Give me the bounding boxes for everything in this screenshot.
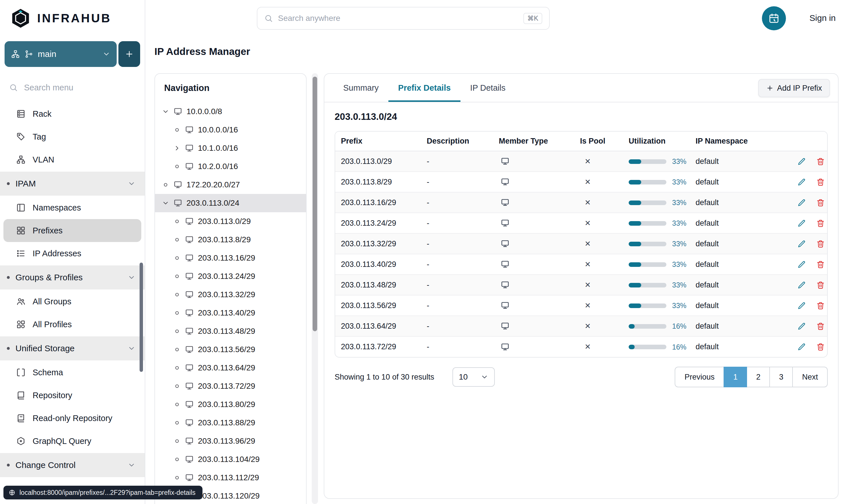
tree-item-203-0-113-40-29[interactable]: 203.0.113.40/29	[155, 304, 306, 322]
tree-item-203-0-113-64-29[interactable]: 203.0.113.64/29	[155, 359, 306, 377]
tree-item-203-0-113-0-29[interactable]: 203.0.113.0/29	[155, 212, 306, 231]
previous-page-button[interactable]: Previous	[675, 367, 724, 387]
table-row[interactable]: 203.0.113.16/29-✕33%default	[335, 192, 828, 213]
sidebar-item-read-only-repository[interactable]: Read-only Repository	[3, 407, 141, 430]
tab-ip-details[interactable]: IP Details	[460, 74, 516, 102]
edit-icon[interactable]	[797, 157, 806, 166]
sidebar-item-all-groups[interactable]: All Groups	[3, 290, 141, 313]
edit-icon[interactable]	[797, 322, 806, 331]
tree-item-10-2-0-0-16[interactable]: 10.2.0.0/16	[155, 157, 306, 176]
tab-prefix-details[interactable]: Prefix Details	[388, 74, 460, 102]
tree-item-10-0-0-0-16[interactable]: 10.0.0.0/16	[155, 121, 306, 139]
sidebar-item-label: All Groups	[33, 297, 71, 306]
tree-item-203-0-113-104-29[interactable]: 203.0.113.104/29	[155, 450, 306, 469]
page-title: IP Address Manager	[155, 46, 250, 57]
edit-icon[interactable]	[797, 240, 806, 248]
delete-icon[interactable]	[816, 260, 825, 269]
sidebar-item-tag[interactable]: Tag	[3, 125, 141, 148]
table-row[interactable]: 203.0.113.48/29-✕33%default	[335, 275, 828, 295]
subnet-icon	[185, 290, 194, 299]
delete-icon[interactable]	[816, 199, 825, 207]
delete-icon[interactable]	[816, 219, 825, 228]
page-button-3[interactable]: 3	[770, 367, 793, 387]
sidebar-item-vlan[interactable]: VLAN	[3, 148, 141, 171]
edit-icon[interactable]	[797, 343, 806, 351]
tree-item-10-1-0-0-16[interactable]: 10.1.0.0/16	[155, 139, 306, 157]
sidebar-item-namespaces[interactable]: Namespaces	[3, 196, 141, 219]
sidebar-item-prefixes[interactable]: Prefixes	[3, 219, 141, 242]
tree-item-203-0-113-16-29[interactable]: 203.0.113.16/29	[155, 249, 306, 267]
edit-icon[interactable]	[797, 260, 806, 269]
delete-icon[interactable]	[816, 281, 825, 289]
add-branch-button[interactable]	[119, 41, 140, 67]
schedule-button[interactable]	[762, 6, 786, 30]
branch-selector: main	[4, 41, 140, 67]
edit-icon[interactable]	[797, 199, 806, 207]
sidebar-section-ipam[interactable]: IPAM	[0, 172, 145, 196]
sidebar-item-rack[interactable]: Rack	[3, 103, 141, 125]
sidebar-item-schema[interactable]: Schema	[3, 361, 141, 384]
tree-scrollbar[interactable]	[312, 73, 318, 504]
sidebar-item-ip-addresses[interactable]: IP Addresses	[3, 242, 141, 265]
delete-icon[interactable]	[816, 240, 825, 248]
branch-name: main	[38, 49, 56, 59]
tree-item-label: 203.0.113.16/29	[198, 253, 255, 263]
sidebar-search[interactable]	[0, 76, 145, 99]
table-row[interactable]: 203.0.113.24/29-✕33%default	[335, 213, 828, 233]
cell-utilization: 33%	[623, 275, 690, 295]
tree-item-203-0-113-88-29[interactable]: 203.0.113.88/29	[155, 414, 306, 432]
table-row[interactable]: 203.0.113.40/29-✕33%default	[335, 254, 828, 275]
tree-item-203-0-113-32-29[interactable]: 203.0.113.32/29	[155, 286, 306, 304]
table-row[interactable]: 203.0.113.56/29-✕33%default	[335, 295, 828, 316]
sidebar-section-change-control[interactable]: Change Control	[0, 453, 145, 477]
edit-icon[interactable]	[797, 219, 806, 228]
graphql-icon	[16, 436, 26, 446]
global-search-input[interactable]	[278, 14, 518, 23]
tree-item-203-0-113-48-29[interactable]: 203.0.113.48/29	[155, 322, 306, 340]
table-row[interactable]: 203.0.113.0/29-✕33%default	[335, 151, 828, 172]
delete-icon[interactable]	[816, 178, 825, 186]
delete-icon[interactable]	[816, 343, 825, 351]
edit-icon[interactable]	[797, 178, 806, 186]
tree-item-10-0-0-0-8[interactable]: 10.0.0.0/8	[155, 103, 306, 121]
page-button-2[interactable]: 2	[746, 367, 770, 387]
tab-summary[interactable]: Summary	[333, 74, 388, 102]
sign-in-link[interactable]: Sign in	[809, 13, 836, 23]
tree-item-203-0-113-56-29[interactable]: 203.0.113.56/29	[155, 340, 306, 359]
table-row[interactable]: 203.0.113.32/29-✕33%default	[335, 233, 828, 254]
tree-item-203-0-113-24-29[interactable]: 203.0.113.24/29	[155, 267, 306, 286]
table-row[interactable]: 203.0.113.64/29-✕16%default	[335, 316, 828, 336]
table-row[interactable]: 203.0.113.72/29-✕16%default	[335, 336, 828, 357]
edit-icon[interactable]	[797, 302, 806, 310]
delete-icon[interactable]	[816, 322, 825, 331]
subnet-icon	[501, 342, 510, 352]
global-search[interactable]: ⌘K	[257, 7, 550, 30]
tree-item-203-0-113-96-29[interactable]: 203.0.113.96/29	[155, 432, 306, 450]
search-shortcut-badge: ⌘K	[523, 13, 542, 24]
page-button-1[interactable]: 1	[724, 367, 747, 387]
delete-icon[interactable]	[816, 302, 825, 310]
page-size-select[interactable]: 10	[452, 367, 495, 387]
tree-item-172-20-20-0-27[interactable]: 172.20.20.0/27	[155, 176, 306, 194]
tree-item-203-0-113-80-29[interactable]: 203.0.113.80/29	[155, 395, 306, 414]
next-page-button[interactable]: Next	[792, 367, 828, 387]
sidebar-item-repository[interactable]: Repository	[3, 384, 141, 407]
logo[interactable]: INFRAHUB	[0, 0, 145, 37]
sidebar-section-unified-storage[interactable]: Unified Storage	[0, 336, 145, 360]
edit-icon[interactable]	[797, 281, 806, 289]
tree-item-203-0-113-112-29[interactable]: 203.0.113.112/29	[155, 469, 306, 487]
sidebar-item-graphql-query[interactable]: GraphQL Query	[3, 430, 141, 452]
sidebar-section-groups-profiles[interactable]: Groups & Profiles	[0, 266, 145, 289]
delete-icon[interactable]	[816, 157, 825, 166]
sidebar-item-all-profiles[interactable]: All Profiles	[3, 313, 141, 336]
sidebar-scrollbar-thumb[interactable]	[140, 263, 143, 372]
branch-dropdown[interactable]: main	[4, 41, 117, 67]
subnet-icon	[185, 455, 194, 464]
tree-item-203-0-113-72-29[interactable]: 203.0.113.72/29	[155, 377, 306, 395]
tree-item-203-0-113-0-24[interactable]: 203.0.113.0/24	[155, 194, 306, 212]
tree-item-203-0-113-8-29[interactable]: 203.0.113.8/29	[155, 231, 306, 249]
table-row[interactable]: 203.0.113.8/29-✕33%default	[335, 172, 828, 192]
tree-scrollbar-thumb[interactable]	[313, 77, 317, 331]
sidebar-search-input[interactable]	[24, 83, 135, 92]
add-ip-prefix-button[interactable]: Add IP Prefix	[758, 79, 830, 97]
